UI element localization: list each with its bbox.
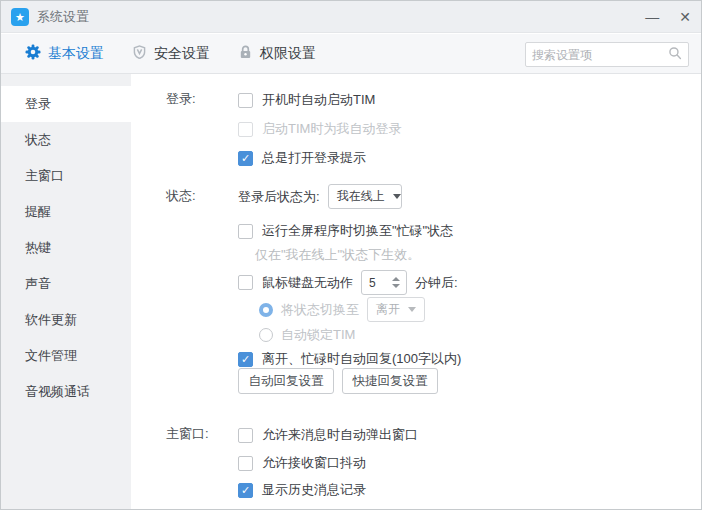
checkbox[interactable] <box>238 224 253 239</box>
after-login-status-label: 登录后状态为: <box>238 188 320 206</box>
tab-basic-settings[interactable]: 基本设置 <box>25 44 104 63</box>
gear-icon <box>25 44 41 63</box>
sidebar-item-av-call[interactable]: 音视频通话 <box>1 374 131 410</box>
minimize-button[interactable]: — <box>645 10 659 24</box>
checkbox-label: 开机时自动启动TIM <box>262 91 375 109</box>
radio-label: 将状态切换至 <box>281 301 359 319</box>
checkbox-row-tray-icon[interactable]: 在任务栏通知区域显示TIM图标 <box>238 506 440 510</box>
sidebar-item-file-management[interactable]: 文件管理 <box>1 338 131 374</box>
tab-label: 基本设置 <box>48 45 104 63</box>
tab-permission-settings[interactable]: 权限设置 <box>238 44 316 63</box>
settings-content: 登录: 开机时自动启动TIM 启动TIM时为我自动登录 总是打开登录提示 状态:… <box>131 74 701 509</box>
checkbox-row-autostart-tim[interactable]: 开机时自动启动TIM <box>238 90 375 110</box>
lock-icon <box>238 44 253 63</box>
checkbox-row-login-prompt[interactable]: 总是打开登录提示 <box>238 148 366 168</box>
auto-reply-settings-button[interactable]: 自动回复设置 <box>238 368 334 394</box>
checkbox-row-auto-reply[interactable]: 离开、忙碌时自动回复(100字以内) <box>238 349 461 369</box>
checkbox <box>238 122 253 137</box>
checkbox[interactable] <box>238 93 253 108</box>
chevron-down-icon <box>393 194 401 199</box>
online-status-dropdown[interactable]: 我在线上 <box>328 184 402 209</box>
dropdown-value: 离开 <box>376 301 400 318</box>
arrow-up-icon[interactable] <box>392 277 400 281</box>
search-icon <box>668 46 682 64</box>
tabbar: 基本设置 安全设置 权限设置 <box>1 34 701 74</box>
after-login-status-row: 登录后状态为: 我在线上 <box>238 184 402 209</box>
titlebar: ★ 系统设置 — ✕ <box>1 1 701 33</box>
section-label-status: 状态: <box>166 187 196 205</box>
sidebar-item-reminder[interactable]: 提醒 <box>1 194 131 230</box>
checkbox[interactable] <box>238 275 253 290</box>
away-status-dropdown: 离开 <box>367 297 425 322</box>
section-label-login: 登录: <box>166 90 196 108</box>
radio-button <box>259 303 273 317</box>
quick-reply-settings-button[interactable]: 快捷回复设置 <box>342 368 438 394</box>
sidebar-item-hotkey[interactable]: 热键 <box>1 230 131 266</box>
checkbox-row-popup-on-message[interactable]: 允许来消息时自动弹出窗口 <box>238 425 418 445</box>
sidebar-item-main-window[interactable]: 主窗口 <box>1 158 131 194</box>
checkbox-label: 允许来消息时自动弹出窗口 <box>262 426 418 444</box>
checkbox[interactable] <box>238 428 253 443</box>
checkbox-label: 显示历史消息记录 <box>262 481 366 499</box>
close-button[interactable]: ✕ <box>679 10 691 24</box>
reply-buttons-row: 自动回复设置 快捷回复设置 <box>238 368 438 394</box>
radio-row-lock-tim: 自动锁定TIM <box>259 325 355 345</box>
chevron-down-icon <box>408 307 416 312</box>
tab-label: 安全设置 <box>154 45 210 63</box>
tim-logo-icon: ★ <box>11 8 29 26</box>
idle-minutes-stepper[interactable]: 5 <box>361 270 407 295</box>
tab-security-settings[interactable]: 安全设置 <box>132 44 210 63</box>
checkbox[interactable] <box>238 456 253 471</box>
checkbox-label: 运行全屏程序时切换至"忙碌"状态 <box>262 222 453 240</box>
checkbox-label: 启动TIM时为我自动登录 <box>262 120 401 138</box>
sidebar-item-sound[interactable]: 声音 <box>1 266 131 302</box>
checkbox[interactable] <box>238 151 253 166</box>
dropdown-value: 我在线上 <box>337 188 385 205</box>
window-title: 系统设置 <box>37 8 89 26</box>
checkbox-label: 允许接收窗口抖动 <box>262 454 366 472</box>
tab-label: 权限设置 <box>260 45 316 63</box>
checkbox-row-window-shake[interactable]: 允许接收窗口抖动 <box>238 453 366 473</box>
settings-window: ★ 系统设置 — ✕ 基本设置 <box>0 0 702 510</box>
window-controls: — ✕ <box>645 10 691 24</box>
checkbox-label: 离开、忙碌时自动回复(100字以内) <box>262 350 461 368</box>
settings-search-box[interactable] <box>525 42 689 67</box>
settings-sidebar: 登录 状态 主窗口 提醒 热键 声音 软件更新 文件管理 音视频通话 <box>1 74 131 509</box>
stepper-arrows[interactable] <box>392 277 406 288</box>
idle-prefix-label: 鼠标键盘无动作 <box>262 274 353 292</box>
radio-row-switch-status: 将状态切换至 离开 <box>259 297 425 322</box>
checkbox-row-fullscreen-busy[interactable]: 运行全屏程序时切换至"忙碌"状态 <box>238 221 453 241</box>
search-input[interactable] <box>532 48 668 62</box>
checkbox-label: 总是打开登录提示 <box>262 149 366 167</box>
sidebar-item-software-update[interactable]: 软件更新 <box>1 302 131 338</box>
section-label-main-window: 主窗口: <box>166 425 209 443</box>
checkbox-row-auto-login: 启动TIM时为我自动登录 <box>238 119 401 139</box>
stepper-value: 5 <box>362 276 392 290</box>
radio-button <box>259 328 273 342</box>
idle-suffix-label: 分钟后: <box>415 274 458 292</box>
radio-label: 自动锁定TIM <box>281 326 355 344</box>
checkbox-row-history-log[interactable]: 显示历史消息记录 <box>238 480 366 500</box>
fullscreen-busy-note: 仅在"我在线上"状态下生效。 <box>255 246 420 264</box>
sidebar-item-status[interactable]: 状态 <box>1 122 131 158</box>
arrow-down-icon[interactable] <box>392 284 400 288</box>
sidebar-item-login[interactable]: 登录 <box>1 86 131 122</box>
checkbox-row-idle-action[interactable]: 鼠标键盘无动作 5 分钟后: <box>238 270 458 295</box>
checkbox[interactable] <box>238 352 253 367</box>
shield-icon <box>132 44 147 63</box>
checkbox[interactable] <box>238 483 253 498</box>
